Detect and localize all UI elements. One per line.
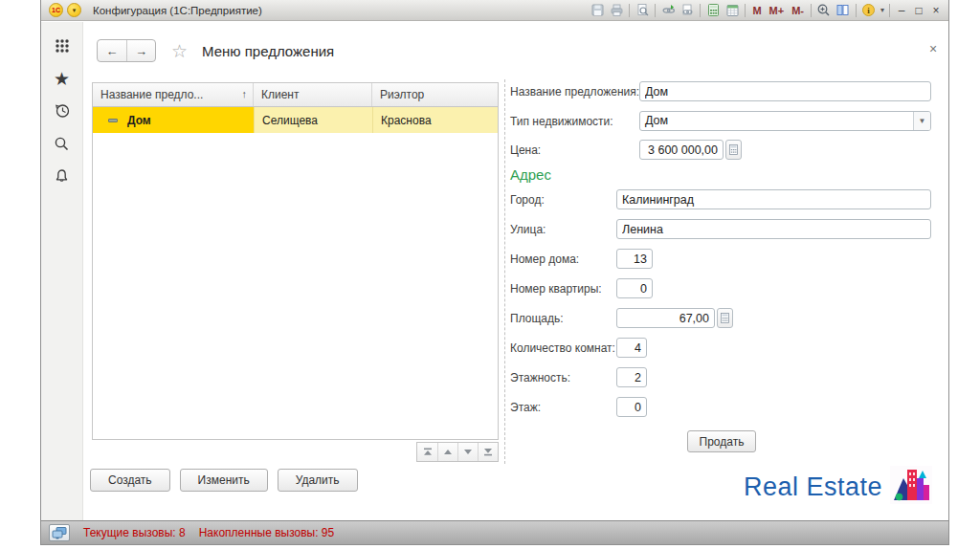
apps-grid-icon[interactable] (49, 33, 76, 58)
sell-button[interactable]: Продать (687, 430, 756, 452)
rooms-input[interactable] (616, 338, 647, 358)
apartment-number-label: Номер квартиры: (510, 282, 602, 296)
titlebar: 1С ▾ Конфигурация (1С:Предприятие) М М (41, 0, 948, 21)
offers-table: Название предло... ↑ Клиент Риэлтор Дом … (92, 82, 499, 440)
table-row[interactable]: Дом Селищева Краснова (93, 107, 498, 133)
create-button[interactable]: Создать (90, 469, 170, 492)
zoom-icon[interactable] (814, 2, 834, 19)
city-input[interactable] (616, 189, 931, 209)
info-dropdown-caret-icon[interactable]: ▾ (879, 6, 886, 14)
add-to-favorites-star-icon[interactable]: ☆ (171, 42, 188, 60)
close-form-icon[interactable]: × (925, 41, 941, 56)
price-calculator-icon[interactable] (725, 140, 742, 160)
edit-button[interactable]: Изменить (180, 469, 268, 492)
chevron-down-icon[interactable]: ▼ (913, 112, 930, 130)
info-icon[interactable]: i (859, 2, 879, 19)
calculator-icon[interactable] (703, 2, 723, 19)
cell-realtor[interactable]: Краснова (372, 107, 498, 133)
area-label: Площадь: (510, 312, 564, 325)
apartment-number-input[interactable] (616, 278, 653, 298)
memory-plus-button[interactable]: М+ (766, 5, 789, 16)
floor-input[interactable] (616, 397, 647, 417)
list-item-marker-icon (108, 119, 118, 122)
sort-ascending-icon: ↑ (242, 88, 248, 106)
close-window-button[interactable]: × (927, 2, 945, 19)
street-label: Улица: (510, 223, 546, 236)
calendar-icon[interactable] (723, 2, 742, 19)
floors-label: Этажность: (510, 371, 570, 384)
scroll-up-icon[interactable] (437, 443, 457, 461)
area-calculator-icon[interactable] (717, 308, 733, 328)
main-area: ← → ☆ Меню предложения × Название предло… (83, 22, 948, 520)
floors-input[interactable] (616, 367, 647, 387)
split-view-icon[interactable] (834, 2, 853, 19)
search-icon[interactable] (49, 131, 76, 156)
back-button[interactable]: ← (98, 40, 126, 61)
table-header-row: Название предло... ↑ Клиент Риэлтор (93, 83, 498, 107)
print-preview-icon[interactable] (633, 2, 652, 19)
history-icon[interactable] (49, 99, 76, 123)
save-icon[interactable] (588, 2, 607, 19)
window-title: Конфигурация (1С:Предприятие) (93, 5, 262, 16)
accumulated-calls-status: Накопленные вызовы: 95 (199, 526, 335, 539)
statusbar: Текущие вызовы: 8 Накопленные вызовы: 95 (41, 520, 948, 544)
sidebar: ★ (41, 22, 83, 520)
cell-client[interactable]: Селищева (254, 107, 372, 133)
house-number-input[interactable] (616, 249, 653, 269)
memory-minus-button[interactable]: М- (788, 5, 808, 16)
brand-name: Real Estate (744, 472, 882, 502)
page-title: Меню предложения (202, 43, 334, 59)
performance-indicators-icon[interactable] (49, 524, 70, 541)
current-calls-status: Текущие вызовы: 8 (83, 526, 186, 539)
price-label: Цена: (510, 143, 541, 157)
address-section-title: Адрес (510, 166, 551, 183)
property-type-value: Дом (640, 112, 913, 130)
scroll-to-bottom-icon[interactable] (478, 443, 498, 461)
list-scroll-buttons (416, 442, 499, 462)
city-label: Город: (510, 193, 545, 207)
branding: Real Estate (744, 466, 932, 508)
go-to-link-icon[interactable] (678, 2, 697, 19)
column-header-realtor[interactable]: Риэлтор (372, 83, 498, 106)
cell-offer-name[interactable]: Дом (93, 107, 254, 133)
panel-splitter[interactable] (504, 79, 505, 464)
scroll-to-top-icon[interactable] (417, 443, 437, 461)
column-header-client[interactable]: Клиент (254, 83, 372, 106)
history-nav-group: ← → (97, 39, 156, 62)
price-input[interactable] (639, 140, 724, 160)
offer-name-input[interactable] (639, 81, 931, 101)
area-input[interactable] (616, 308, 715, 328)
real-estate-logo-icon (890, 466, 932, 508)
system-menu-button[interactable]: ▾ (67, 3, 81, 17)
house-number-label: Номер дома: (510, 253, 579, 266)
property-type-label: Тип недвижимости: (510, 115, 613, 128)
favorites-icon[interactable]: ★ (49, 66, 76, 91)
minimize-button[interactable]: – (893, 2, 910, 19)
delete-button[interactable]: Удалить (278, 469, 358, 492)
memory-recall-button[interactable]: М (748, 5, 765, 16)
print-icon[interactable] (607, 2, 626, 19)
offer-name-label: Название предложения: (510, 85, 639, 99)
1c-logo-icon: 1С (49, 3, 63, 17)
column-header-offer-name[interactable]: Название предло... ↑ (93, 83, 254, 106)
street-input[interactable] (616, 219, 931, 239)
property-type-select[interactable]: Дом ▼ (639, 111, 931, 131)
scroll-down-icon[interactable] (457, 443, 478, 461)
maximize-button[interactable]: □ (910, 2, 927, 19)
forward-button[interactable]: → (126, 40, 155, 61)
get-link-icon[interactable] (658, 2, 678, 19)
floor-label: Этаж: (510, 401, 541, 414)
notifications-bell-icon[interactable] (49, 164, 76, 188)
app-window: 1С ▾ Конфигурация (1С:Предприятие) М М (40, 0, 949, 545)
rooms-label: Количество комнат: (510, 341, 615, 355)
list-actions: Создать Изменить Удалить (90, 469, 358, 492)
